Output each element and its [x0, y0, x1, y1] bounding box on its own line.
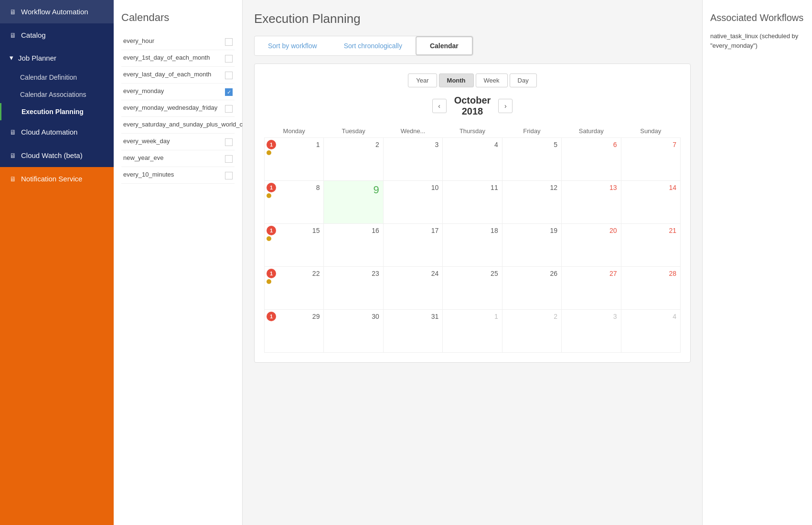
tab-sort-by-workflow[interactable]: Sort by workflow — [255, 36, 331, 55]
calendar-day-cell[interactable]: 11 — [265, 138, 324, 181]
calendar-day-cell[interactable]: 19 — [502, 224, 561, 267]
col-monday: Monday — [265, 125, 324, 138]
calendar-checkbox[interactable] — [225, 55, 233, 63]
calendar-list: every_hourevery_1st_day_of_each_montheve… — [121, 33, 235, 184]
day-number: 19 — [548, 226, 560, 235]
monitor-icon-3: 🖥 — [10, 128, 16, 136]
year-label: 2018 — [462, 106, 483, 116]
calendar-day-cell[interactable]: 5 — [502, 138, 561, 181]
monitor-icon: 🖥 — [10, 8, 16, 16]
calendar-item-name: every_week_day — [123, 137, 225, 145]
calendar-day-cell[interactable]: 3 — [383, 138, 442, 181]
calendar-day-cell[interactable]: 30 — [324, 310, 383, 353]
day-number: 2 — [374, 140, 381, 149]
day-number: 25 — [489, 269, 500, 278]
calendar-day-cell[interactable]: 13 — [562, 181, 621, 224]
calendar-checkbox[interactable] — [225, 155, 233, 163]
sidebar-item-notification-service[interactable]: 🖥 Notification Service — [0, 167, 114, 190]
calendar-day-cell[interactable]: 3 — [562, 310, 621, 353]
sidebar-sub-label: Calendar Definition — [20, 74, 77, 81]
calendar-item-name: every_last_day_of_each_month — [123, 71, 225, 78]
day-number: 4 — [671, 312, 678, 321]
day-number: 28 — [667, 269, 678, 278]
calendar-day-cell[interactable]: 12 — [502, 181, 561, 224]
sidebar-item-execution-planning[interactable]: Execution Planning — [0, 103, 114, 120]
calendar-grid: Monday Tuesday Wedne... Thursday Friday … — [264, 125, 681, 353]
tab-sort-chronologically[interactable]: Sort chronologically — [331, 36, 416, 55]
day-number: 17 — [429, 226, 441, 235]
prev-month-button[interactable]: ‹ — [432, 99, 447, 113]
calendar-day-cell[interactable]: 31 — [383, 310, 442, 353]
event-badge: 1 — [267, 140, 276, 149]
calendar-day-cell[interactable]: 23 — [324, 267, 383, 310]
view-tab-week[interactable]: Week — [476, 74, 508, 87]
monitor-icon-5: 🖥 — [10, 175, 16, 183]
calendar-day-cell[interactable]: 26 — [502, 267, 561, 310]
calendar-day-cell[interactable]: 28 — [621, 267, 680, 310]
calendar-checkbox[interactable]: ✓ — [225, 88, 233, 96]
sidebar-item-cloud-automation[interactable]: 🖥 Cloud Automation — [0, 120, 114, 144]
sidebar-item-job-planner[interactable]: ▾ Job Planner — [0, 47, 114, 69]
tab-calendar[interactable]: Calendar — [416, 36, 473, 55]
calendar-day-cell[interactable]: 129 — [265, 310, 324, 353]
sidebar-item-catalog[interactable]: 🖥 Catalog — [0, 23, 114, 47]
day-number: 27 — [608, 269, 619, 278]
calendar-day-cell[interactable]: 1 — [443, 310, 502, 353]
calendar-checkbox[interactable] — [225, 138, 233, 146]
col-saturday: Saturday — [562, 125, 621, 138]
calendar-day-cell[interactable]: 4 — [443, 138, 502, 181]
calendar-day-cell[interactable]: 17 — [383, 224, 442, 267]
calendar-day-cell[interactable]: 14 — [621, 181, 680, 224]
day-number: 23 — [370, 269, 381, 278]
sidebar-item-calendar-associations[interactable]: Calendar Associations — [0, 86, 114, 103]
calendar-list-item: every_1st_day_of_each_month — [121, 50, 235, 67]
calendar-day-cell[interactable]: 18 — [265, 181, 324, 224]
calendar-list-item: new_year_eve — [121, 150, 235, 167]
calendar-week-row: 122232425262728 — [265, 267, 681, 310]
calendar-day-cell[interactable]: 4 — [621, 310, 680, 353]
col-tuesday: Tuesday — [324, 125, 383, 138]
calendar-day-cell[interactable]: 10 — [383, 181, 442, 224]
calendar-checkbox[interactable] — [225, 172, 233, 179]
sidebar-item-label: Notification Service — [21, 175, 82, 183]
view-tab-month[interactable]: Month — [439, 74, 474, 87]
calendar-checkbox[interactable] — [225, 72, 233, 79]
sidebar: 🖥 Workflow Automation 🖥 Catalog ▾ Job Pl… — [0, 0, 114, 525]
calendar-day-cell[interactable]: 2 — [324, 138, 383, 181]
day-number: 22 — [310, 269, 322, 278]
day-number: 18 — [489, 226, 500, 235]
sidebar-item-label: Catalog — [21, 31, 46, 39]
calendar-day-cell[interactable]: 7 — [621, 138, 680, 181]
calendar-day-cell[interactable]: 2 — [502, 310, 561, 353]
view-tab-day[interactable]: Day — [510, 74, 537, 87]
sidebar-item-calendar-definition[interactable]: Calendar Definition — [0, 69, 114, 86]
calendar-day-cell[interactable]: 24 — [383, 267, 442, 310]
calendar-checkbox[interactable] — [225, 38, 233, 46]
sidebar-item-label: Cloud Watch (beta) — [21, 151, 83, 159]
sidebar-item-workflow-automation[interactable]: 🖥 Workflow Automation — [0, 0, 114, 23]
workflows-title: Associated Workflows — [710, 11, 804, 24]
calendar-item-name: every_monday_wednesday_friday — [123, 104, 225, 111]
calendar-day-cell[interactable]: 21 — [621, 224, 680, 267]
sidebar-item-cloud-watch[interactable]: 🖥 Cloud Watch (beta) — [0, 144, 114, 167]
monitor-icon-4: 🖥 — [10, 152, 16, 159]
calendar-day-cell[interactable]: 20 — [562, 224, 621, 267]
calendar-body: 1123456718910111213141151617181920211222… — [265, 138, 681, 353]
calendar-week-row: 12930311234 — [265, 310, 681, 353]
calendar-day-cell[interactable]: 6 — [562, 138, 621, 181]
day-number: 1 — [314, 140, 322, 149]
event-badge: 1 — [267, 312, 276, 321]
calendar-week-row: 115161718192021 — [265, 224, 681, 267]
calendar-day-cell[interactable]: 122 — [265, 267, 324, 310]
calendar-day-cell[interactable]: 25 — [443, 267, 502, 310]
calendar-day-cell[interactable]: 16 — [324, 224, 383, 267]
calendar-checkbox[interactable] — [225, 105, 233, 113]
day-number: 4 — [492, 140, 500, 149]
calendar-day-cell[interactable]: 27 — [562, 267, 621, 310]
calendar-day-cell[interactable]: 9 — [324, 181, 383, 224]
calendar-day-cell[interactable]: 11 — [443, 181, 502, 224]
calendar-day-cell[interactable]: 18 — [443, 224, 502, 267]
next-month-button[interactable]: › — [498, 99, 513, 113]
calendar-day-cell[interactable]: 115 — [265, 224, 324, 267]
view-tab-year[interactable]: Year — [408, 74, 437, 87]
